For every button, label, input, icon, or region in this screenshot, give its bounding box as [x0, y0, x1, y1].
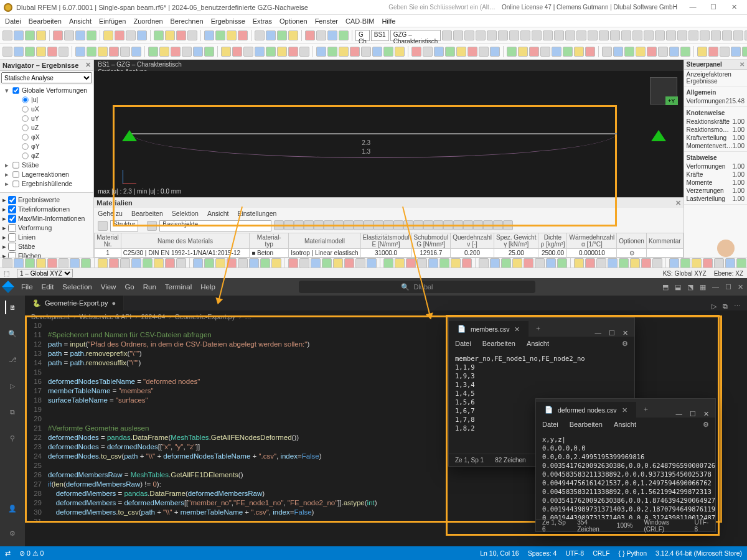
node-titel[interactable]: Titelinformationen [18, 205, 70, 214]
navigator-close-icon[interactable]: ✕ [85, 61, 91, 69]
toolbar-icon[interactable] [669, 47, 679, 57]
menu-datei[interactable]: Datei [5, 17, 21, 25]
tab-geometrie-export[interactable]: 🐍 Geometrie-Export.py ● [25, 296, 124, 310]
lc-combo[interactable]: GZG – Charakteristisch [390, 30, 441, 41]
toolbar-icon[interactable] [462, 258, 472, 268]
ctl-verformungen-val[interactable]: 215.48 [725, 98, 745, 105]
toolbar-icon[interactable] [98, 258, 108, 268]
status-pos[interactable]: Ln 10, Col 16 [480, 549, 519, 557]
toolbar-icon[interactable] [327, 47, 337, 57]
node-lager[interactable]: Lagerreaktionen [22, 170, 69, 179]
menu-cad-bim[interactable]: CAD-BIM [345, 17, 374, 25]
toolbar-icon[interactable] [316, 47, 326, 57]
toolbar-icon[interactable] [255, 47, 265, 57]
toolbar-icon[interactable] [311, 258, 321, 268]
node-maxmin[interactable]: Max/Min-Informationen [18, 214, 85, 223]
cs-select[interactable]: 1 – Global XYZ [17, 269, 73, 278]
toolbar-icon[interactable] [25, 258, 35, 268]
toolbar-icon[interactable] [467, 47, 477, 57]
toolbar-icon[interactable] [137, 30, 147, 40]
toolbar-icon[interactable] [316, 30, 326, 40]
deformed-nodes-csv-window[interactable]: 📄 deformed nodes.csv ✕ ＋ —☐✕ DateiBearbe… [535, 398, 716, 532]
toolbar-icon[interactable] [109, 47, 119, 57]
navigator-analysis-select[interactable]: Statische Analyse [1, 72, 92, 83]
toolbar-icon[interactable] [554, 30, 564, 40]
toolbar-icon[interactable] [367, 258, 377, 268]
toolbar-icon[interactable] [327, 30, 337, 40]
vs-menu-go[interactable]: Go [125, 283, 134, 291]
vs-menu-edit[interactable]: Edit [42, 283, 54, 291]
mini2-menu-datei[interactable]: Datei [542, 421, 558, 428]
toolbar-icon[interactable] [518, 47, 528, 57]
toolbar-icon[interactable] [703, 258, 713, 268]
toolbar-icon[interactable] [509, 30, 519, 40]
toolbar-icon[interactable] [453, 30, 463, 40]
vs-menu-terminal[interactable]: Terminal [165, 283, 192, 291]
toolbar-icon[interactable] [59, 258, 68, 268]
toolbar-icon[interactable] [14, 47, 24, 57]
vs-menu-selection[interactable]: Selection [62, 283, 92, 291]
status-lang[interactable]: { } Python [619, 549, 647, 557]
minimize-icon[interactable]: — [684, 3, 702, 11]
toolbar-icon[interactable] [479, 258, 489, 268]
node-linien[interactable]: Linien [18, 233, 35, 242]
toolbar-icon[interactable] [565, 30, 575, 40]
node-φX[interactable]: φX [31, 133, 40, 142]
toolbar-icon[interactable] [238, 258, 248, 268]
node-uY[interactable]: uY [31, 114, 39, 123]
vs-menu-help[interactable]: Help [200, 283, 215, 291]
menu-hilfe[interactable]: Hilfe [382, 17, 395, 25]
status-python[interactable]: 3.12.4 64-bit (Microsoft Store) [655, 549, 742, 557]
toolbar-icon[interactable] [588, 30, 598, 40]
toolbar-icon[interactable] [619, 258, 629, 268]
toolbar-icon[interactable] [299, 258, 309, 268]
toolbar-icon[interactable] [602, 47, 612, 57]
toolbar-icon[interactable] [339, 47, 349, 57]
toolbar-icon[interactable] [574, 47, 584, 57]
toolbar-icon[interactable] [36, 258, 46, 268]
radio-φY[interactable] [22, 143, 28, 149]
toolbar-icon[interactable] [154, 30, 164, 40]
toolbar-icon[interactable] [120, 47, 130, 57]
members-tab-close-icon[interactable]: ✕ [514, 325, 520, 333]
vs-max-icon[interactable]: ☐ [725, 283, 731, 291]
chk-huell[interactable] [12, 180, 19, 187]
model-viewport[interactable]: 2.3 1.3 max |u| : 2.3 | min |u| : 0.0 mm [94, 71, 683, 197]
radio-φX[interactable] [22, 134, 28, 140]
mini1-menu-bearbeiten[interactable]: Bearbeiten [482, 340, 515, 347]
mini1-menu-ansicht[interactable]: Ansicht [527, 340, 549, 347]
toolbar-icon[interactable] [742, 47, 747, 57]
toolbar-icon[interactable] [148, 47, 158, 57]
toolbar-icon[interactable] [395, 258, 405, 268]
run-icon[interactable]: ▷ [712, 302, 716, 310]
toolbar-icon[interactable] [333, 258, 343, 268]
toolbar-icon[interactable] [255, 30, 265, 40]
menu-berechnen[interactable]: Berechnen [171, 17, 204, 25]
toolbar-icon[interactable] [109, 258, 119, 268]
chk-titel[interactable] [8, 205, 16, 213]
toolbar-icon[interactable] [708, 47, 718, 57]
close-icon[interactable]: ✕ [725, 3, 743, 11]
toolbar-icon[interactable] [120, 258, 130, 268]
toolbar-icon[interactable] [498, 30, 508, 40]
node-φZ[interactable]: φZ [31, 151, 39, 161]
lc-code[interactable]: BS1 [371, 30, 389, 41]
toolbar-icon[interactable] [193, 258, 203, 268]
toolbar-icon[interactable] [725, 258, 735, 268]
radio-uZ[interactable] [22, 124, 28, 131]
mini2-menu-ansicht[interactable]: Ansicht [614, 421, 636, 428]
toolbar-icon[interactable] [243, 47, 253, 57]
toolbar-icon[interactable] [692, 258, 702, 268]
toolbar-icon[interactable] [428, 258, 438, 268]
toolbar-icon[interactable] [585, 258, 595, 268]
menu-extras[interactable]: Extras [253, 17, 272, 25]
chk-verformung[interactable] [8, 224, 16, 232]
toolbar-icon[interactable] [608, 258, 618, 268]
mini2-close-icon[interactable]: ✕ [703, 410, 709, 418]
toolbar-icon[interactable] [563, 47, 573, 57]
status-errors[interactable]: ⊘ 0 ⚠ 0 [19, 549, 44, 557]
toolbar-icon[interactable] [535, 258, 545, 268]
toolbar-icon[interactable] [215, 258, 225, 268]
node-stabe[interactable]: Stäbe [18, 242, 35, 251]
mini1-gear-icon[interactable]: ⚙ [622, 340, 628, 348]
